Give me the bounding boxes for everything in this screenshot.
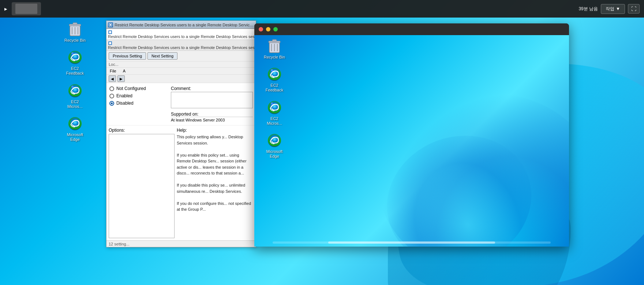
inner-window-titlebar	[254, 23, 569, 35]
help-para1: This policy setting allows y... Desktop …	[177, 134, 254, 146]
desktop-icon-ms-edge[interactable]: MicrosoftEdge	[62, 116, 88, 142]
inner-recycle-bin-label: Recycle Bin	[264, 55, 285, 60]
inner-scrollbar-thumb	[328, 241, 495, 244]
inner-desktop-icon-ms-edge[interactable]: MicrosoftEdge	[262, 133, 287, 159]
ec2-feedback-label: EC2Feedback	[66, 66, 84, 76]
fullscreen-button[interactable]: ⛶	[628, 4, 640, 14]
dialog-breadcrumb2: Restrict Remote Desktop Services users t…	[106, 40, 256, 51]
ec2-micros-icon	[68, 83, 82, 98]
svg-point-9	[71, 86, 74, 88]
timer-text: 39분 남음	[579, 6, 598, 12]
desktop-icon-recycle-bin[interactable]: Recycle Bin	[62, 22, 88, 43]
next-setting-button[interactable]: Next Setting	[147, 52, 177, 60]
ec2-micros-label: EC2Micros...	[67, 100, 83, 109]
recycle-bin-label: Recycle Bin	[64, 38, 86, 43]
desktop-icon-ec2-feedback[interactable]: EC2Feedback	[62, 50, 88, 76]
svg-point-25	[268, 101, 281, 114]
nav-arrows-bar: ◀ ▶	[106, 75, 256, 83]
ms-edge-icon	[68, 116, 82, 131]
inner-desktop: Recycle Bin	[254, 35, 569, 247]
radio-not-configured[interactable]: Not Configured	[109, 86, 168, 91]
breadcrumb2-text: Restrict Remote Desktop Services users t…	[108, 45, 258, 50]
desktop: ▶ 39분 남음 작업 ▼ ⛶	[0, 0, 644, 285]
inner-recycle-bin-icon	[267, 39, 282, 53]
inner-desktop-icon-ec2-feedback[interactable]: EC2Feedback	[262, 67, 287, 93]
radio-not-configured-btn[interactable]	[109, 86, 114, 91]
prev-setting-button[interactable]: Previous Setting	[109, 52, 146, 60]
inner-ec2-micros-icon	[267, 100, 282, 115]
inner-ec2-feedback-label: EC2Feedback	[266, 83, 283, 93]
back-arrow-button[interactable]: ◀	[109, 75, 116, 82]
dialog-title: Restrict Remote Desktop Services users t…	[115, 23, 254, 27]
inner-desktop-icon-recycle[interactable]: Recycle Bin	[262, 39, 287, 60]
ms-edge-label: MicrosoftEdge	[67, 132, 83, 142]
svg-point-6	[68, 51, 82, 64]
breadcrumb2-icon	[108, 41, 112, 45]
top-section: Not Configured Enabled Disabled	[106, 83, 256, 125]
inner-scrollbar[interactable]	[273, 241, 551, 244]
traffic-light-yellow[interactable]	[266, 27, 270, 31]
traffic-light-green[interactable]	[273, 27, 278, 31]
inner-desktop-icon-ec2-micros[interactable]: EC2Micros...	[262, 100, 287, 126]
help-label: Help:	[177, 128, 254, 133]
options-label: Options:	[109, 128, 175, 133]
taskbar-left: ▶	[4, 2, 41, 15]
supported-section: Supported on: At least Windows Server 20…	[171, 112, 253, 122]
breadcrumb1-text: Restrict Remote Desktop Services users t…	[108, 34, 258, 39]
help-para3: If you disable this policy se... unlimit…	[177, 182, 254, 194]
inner-ec2-feedback-icon	[267, 67, 282, 82]
svg-point-8	[68, 84, 82, 97]
dialog-file-menu: File A	[106, 68, 256, 75]
recycle-bin-icon	[68, 22, 82, 37]
svg-point-10	[68, 117, 82, 130]
taskbar: ▶ 39분 남음 작업 ▼ ⛶	[0, 0, 644, 18]
setting-content-area: Not Configured Enabled Disabled	[106, 83, 256, 240]
taskbar-thumb-inner	[15, 4, 37, 14]
comment-section: Comment:	[171, 86, 253, 109]
inner-window: Recycle Bin	[254, 23, 569, 247]
task-button[interactable]: 작업 ▼	[601, 4, 625, 14]
task-button-label: 작업	[606, 6, 614, 12]
dialog-title-icon	[108, 22, 113, 27]
radio-enabled-btn[interactable]	[109, 94, 114, 98]
taskbar-right: 39분 남음 작업 ▼ ⛶	[579, 4, 640, 14]
comment-textarea[interactable]	[171, 92, 253, 108]
forward-arrow-button[interactable]: ▶	[117, 75, 125, 82]
svg-point-7	[71, 52, 74, 55]
svg-point-23	[268, 68, 281, 81]
status-text: 12 setting...	[109, 242, 130, 246]
options-panel: Options:	[109, 128, 175, 238]
dialog-status-bar: 12 setting...	[106, 240, 256, 247]
radio-disabled-label: Disabled	[116, 101, 134, 106]
supported-label: Supported on:	[171, 112, 253, 117]
action-menu-item[interactable]: A	[122, 68, 127, 74]
local-policy-label: Loc...	[109, 62, 119, 67]
help-panel: Help: This policy setting allows y... De…	[177, 128, 254, 238]
help-para4: If you do not configure this... not spec…	[177, 200, 254, 213]
taskbar-thumbnail[interactable]	[12, 2, 41, 15]
svg-point-27	[268, 134, 281, 147]
breadcrumb1-icon	[108, 30, 112, 34]
policy-dialog: Restrict Remote Desktop Services users t…	[106, 20, 256, 247]
options-box	[109, 134, 175, 238]
svg-rect-19	[272, 40, 277, 41]
supported-value: At least Windows Server 2003	[171, 117, 253, 122]
help-text: This policy setting allows y... Desktop …	[177, 134, 254, 238]
dialog-breadcrumb1: Restrict Remote Desktop Services users t…	[106, 29, 256, 40]
desktop-icon-ec2-micros[interactable]: EC2Micros...	[62, 83, 88, 109]
inner-ms-edge-icon	[267, 133, 282, 148]
radio-enabled[interactable]: Enabled	[109, 93, 168, 98]
radio-not-configured-label: Not Configured	[116, 86, 146, 91]
svg-rect-2	[73, 23, 77, 25]
inner-ec2-micros-label: EC2Micros...	[267, 116, 282, 126]
radio-disabled-btn[interactable]	[109, 101, 114, 106]
local-policy-bar: Loc...	[106, 61, 256, 68]
traffic-light-red[interactable]	[259, 27, 263, 31]
right-panel: Comment: Supported on: At least Windows …	[171, 86, 253, 122]
options-help-section: Options: Help: This policy setting allow…	[106, 125, 256, 240]
radio-disabled[interactable]: Disabled	[109, 101, 168, 106]
task-dropdown-icon: ▼	[616, 6, 620, 11]
file-menu-item[interactable]: File	[109, 68, 117, 74]
svg-rect-16	[109, 42, 111, 44]
desktop-icons-right: Recycle Bin	[262, 39, 287, 159]
